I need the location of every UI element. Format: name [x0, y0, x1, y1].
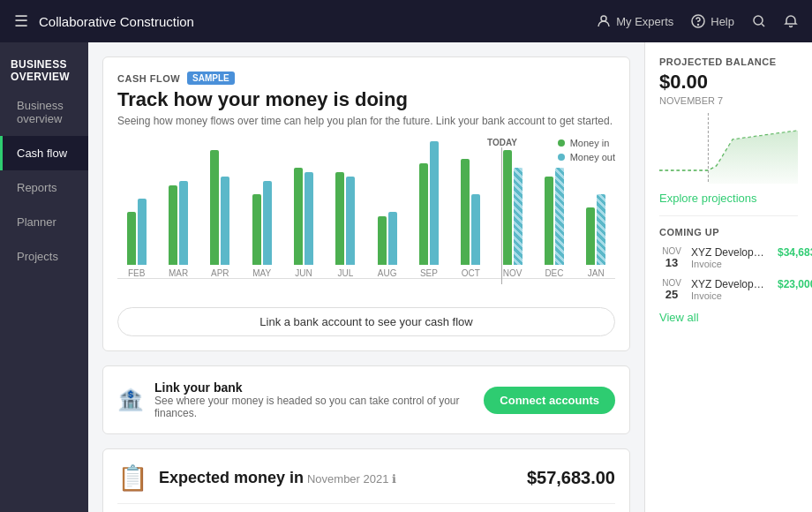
header-right: My Experts Help	[597, 14, 798, 28]
main-layout: Business overview Business overview Cash…	[0, 42, 812, 512]
coming-up-details-0: XYZ Developm... Invoice	[691, 246, 771, 269]
projected-amount: $0.00	[659, 71, 798, 94]
link-bank-card: 🏦 Link your bank See where your money is…	[102, 365, 630, 434]
bar-out-7	[430, 141, 439, 265]
svg-point-3	[754, 16, 763, 25]
bar-out-8	[471, 194, 480, 265]
bar-in-1	[169, 185, 177, 265]
bar-pair-6	[378, 132, 397, 265]
sidebar-item-business-overview[interactable]: Business overview	[0, 88, 88, 136]
coming-up-type-0: Invoice	[691, 259, 771, 269]
my-experts-button[interactable]: My Experts	[597, 14, 673, 28]
bar-out-6	[388, 212, 397, 265]
bar-pair-3	[252, 132, 272, 265]
hamburger-icon[interactable]: ☰	[14, 11, 28, 31]
expected-rows: Overdue invoices (0) $0.00 View paid inv…	[117, 503, 615, 512]
sample-badge: SAMPLE	[187, 72, 235, 85]
coming-up-name-1: XYZ Developm...	[691, 278, 771, 290]
month-label-0: FEB	[128, 268, 145, 278]
help-label: Help	[710, 15, 734, 28]
coming-up-item-0: NOV 13 XYZ Developm... Invoice $34,683	[659, 246, 798, 269]
explore-projections-link[interactable]: Explore projections	[659, 192, 757, 205]
bar-pair-0	[127, 132, 147, 265]
coming-up-day-0: 13	[665, 256, 678, 269]
bar-out-3	[263, 181, 272, 265]
bar-pair-8	[461, 132, 480, 265]
sidebar: Business overview Business overview Cash…	[0, 42, 88, 512]
bar-pair-11	[586, 132, 605, 265]
chart-area: Money in Money out TODAY FEBMARA	[117, 138, 615, 297]
help-button[interactable]: Help	[691, 14, 734, 28]
right-panel: PROJECTED BALANCE $0.00 NOVEMBER 7 Explo…	[644, 42, 812, 512]
coming-up-day-1: 25	[665, 288, 678, 301]
bar-in-7	[419, 163, 428, 265]
bar-in-9	[503, 150, 512, 265]
bar-in-0	[127, 212, 136, 265]
bar-out-9	[514, 168, 523, 265]
bar-out-1	[179, 181, 188, 265]
bar-out-0	[138, 199, 147, 265]
expected-icon: 📋	[117, 463, 148, 493]
bar-out-10	[555, 168, 564, 265]
search-button[interactable]	[752, 14, 766, 28]
month-label-5: JUL	[337, 268, 353, 278]
sidebar-item-cash-flow[interactable]: Cash flow	[0, 136, 88, 170]
bar-in-8	[461, 159, 470, 265]
coming-up-title: COMING UP	[659, 227, 798, 237]
cash-flow-title: Track how your money is doing	[117, 88, 615, 111]
bar-pair-2	[210, 132, 229, 265]
coming-up-date-1: NOV 25	[659, 278, 684, 301]
link-bank-desc: See where your money is headed so you ca…	[154, 395, 484, 419]
month-label-11: JAN	[588, 268, 605, 278]
coming-up-amount-1: $23,000	[778, 278, 812, 290]
connect-accounts-button[interactable]: Connect accounts	[484, 387, 615, 414]
sidebar-item-planner[interactable]: Planner	[0, 205, 88, 239]
chart-month-mar: MAR	[159, 132, 197, 278]
bar-in-2	[210, 150, 219, 265]
bar-out-4	[304, 172, 313, 265]
coming-up-details-1: XYZ Developm... Invoice	[691, 278, 771, 301]
bar-pair-4	[294, 132, 313, 265]
chart-month-aug: AUG	[368, 132, 406, 278]
chart-month-may: MAY	[243, 132, 281, 278]
chart-month-jan: JAN	[577, 132, 615, 278]
chart-month-jun: JUN	[284, 132, 322, 278]
svg-line-4	[762, 24, 764, 26]
bar-pair-5	[335, 132, 355, 265]
month-label-6: AUG	[378, 268, 397, 278]
chart-month-sep: SEP	[410, 132, 447, 278]
link-bank-row: 🏦 Link your bank See where your money is…	[117, 380, 615, 419]
coming-up-month-1: NOV	[662, 278, 681, 288]
month-label-1: MAR	[169, 268, 188, 278]
month-label-2: APR	[211, 268, 229, 278]
month-label-10: DEC	[545, 268, 563, 278]
chart-bars: FEBMARAPRMAYJUNJULAUGSEPOCTNOVDECJAN	[117, 138, 615, 279]
bar-out-5	[346, 177, 355, 265]
expected-header: 📋 Expected money in November 2021 ℹ $57,…	[117, 463, 615, 493]
sidebar-item-projects[interactable]: Projects	[0, 239, 88, 274]
bar-pair-7	[419, 132, 439, 265]
chart-month-nov: NOV	[493, 132, 531, 278]
coming-up-month-0: NOV	[662, 246, 681, 256]
bar-in-3	[252, 194, 261, 265]
chart-month-dec: DEC	[535, 132, 573, 278]
svg-point-2	[698, 25, 699, 26]
projected-title: PROJECTED BALANCE	[659, 56, 798, 67]
chart-month-oct: OCT	[452, 132, 490, 278]
coming-up-type-1: Invoice	[691, 290, 771, 301]
expected-title: Expected money in	[159, 469, 304, 486]
coming-up-amount-0: $34,683	[778, 246, 812, 259]
expected-total-amount: $57,683.00	[527, 468, 615, 488]
bar-in-5	[335, 172, 344, 265]
link-bank-text: Link your bank See where your money is h…	[154, 380, 484, 419]
header-left: ☰ Collaborative Construction	[14, 11, 194, 31]
cash-flow-label: CASH FLOW	[117, 73, 180, 84]
expected-money-card: 📋 Expected money in November 2021 ℹ $57,…	[102, 448, 630, 512]
sidebar-item-reports[interactable]: Reports	[0, 170, 88, 205]
view-all-link[interactable]: View all	[659, 311, 699, 324]
link-bank-chart-button[interactable]: Link a bank account to see your cash flo…	[117, 307, 615, 336]
top-header: ☰ Collaborative Construction My Experts …	[0, 0, 812, 42]
link-bank-title: Link your bank	[154, 380, 484, 395]
notifications-button[interactable]	[784, 14, 798, 28]
projected-date: NOVEMBER 7	[659, 95, 798, 106]
